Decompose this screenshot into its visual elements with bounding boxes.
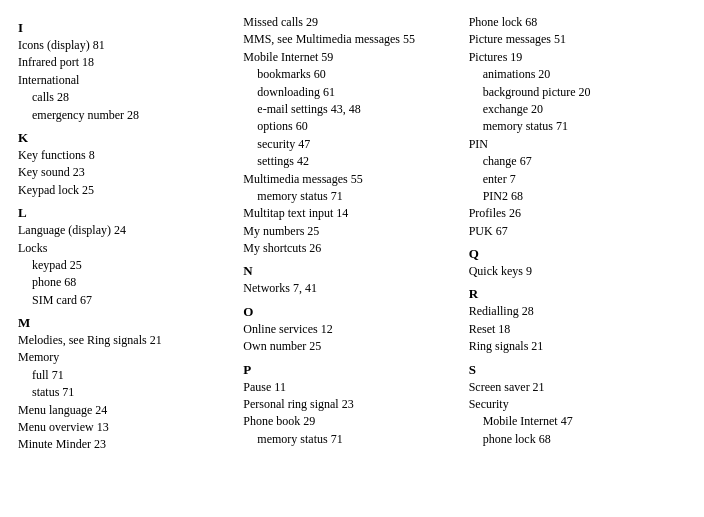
index-entry: calls 28	[18, 89, 235, 106]
index-entry: Phone lock 68	[469, 14, 686, 31]
section-letter-Q: Q	[469, 246, 686, 262]
index-entry: e-mail settings 43, 48	[243, 101, 460, 118]
index-entry: Ring signals 21	[469, 338, 686, 355]
section-letter-R: R	[469, 286, 686, 302]
index-entry: SIM card 67	[18, 292, 235, 309]
index-entry: Networks 7, 41	[243, 280, 460, 297]
index-entry: MMS, see Multimedia messages 55	[243, 31, 460, 48]
index-entry: Quick keys 9	[469, 263, 686, 280]
index-entry: Multimedia messages 55	[243, 171, 460, 188]
index-entry: background picture 20	[469, 84, 686, 101]
index-entry: animations 20	[469, 66, 686, 83]
index-entry: My numbers 25	[243, 223, 460, 240]
index-entry: Minute Minder 23	[18, 436, 235, 453]
index-entry: Personal ring signal 23	[243, 396, 460, 413]
section-letter-P: P	[243, 362, 460, 378]
index-entry: Own number 25	[243, 338, 460, 355]
section-letter-M: M	[18, 315, 235, 331]
index-entry: Melodies, see Ring signals 21	[18, 332, 235, 349]
index-entry: enter 7	[469, 171, 686, 188]
index-entry: PIN2 68	[469, 188, 686, 205]
index-entry: Keypad lock 25	[18, 182, 235, 199]
index-entry: PUK 67	[469, 223, 686, 240]
index-entry: emergency number 28	[18, 107, 235, 124]
index-entry: settings 42	[243, 153, 460, 170]
index-entry: Language (display) 24	[18, 222, 235, 239]
index-entry: Pause 11	[243, 379, 460, 396]
index-entry: downloading 61	[243, 84, 460, 101]
index-entry: memory status 71	[243, 188, 460, 205]
section-letter-N: N	[243, 263, 460, 279]
index-entry: Phone book 29	[243, 413, 460, 430]
index-entry: Missed calls 29	[243, 14, 460, 31]
section-letter-I: I	[18, 20, 235, 36]
index-entry: status 71	[18, 384, 235, 401]
index-entry: Redialling 28	[469, 303, 686, 320]
index-entry: Online services 12	[243, 321, 460, 338]
index-entry: Profiles 26	[469, 205, 686, 222]
index-entry: Pictures 19	[469, 49, 686, 66]
index-entry: Mobile Internet 47	[469, 413, 686, 430]
index-entry: Key sound 23	[18, 164, 235, 181]
index-entry: Mobile Internet 59	[243, 49, 460, 66]
index-entry: International	[18, 72, 235, 89]
index-entry: Screen saver 21	[469, 379, 686, 396]
index-entry: PIN	[469, 136, 686, 153]
index-entry: change 67	[469, 153, 686, 170]
index-entry: Infrared port 18	[18, 54, 235, 71]
section-letter-O: O	[243, 304, 460, 320]
section-letter-L: L	[18, 205, 235, 221]
index-entry: Icons (display) 81	[18, 37, 235, 54]
index-entry: bookmarks 60	[243, 66, 460, 83]
index-entry: Reset 18	[469, 321, 686, 338]
index-entry: Key functions 8	[18, 147, 235, 164]
index-entry: Security	[469, 396, 686, 413]
index-entry: exchange 20	[469, 101, 686, 118]
index-entry: My shortcuts 26	[243, 240, 460, 257]
index-entry: options 60	[243, 118, 460, 135]
index-entry: phone 68	[18, 274, 235, 291]
index-entry: security 47	[243, 136, 460, 153]
index-entry: Menu overview 13	[18, 419, 235, 436]
column-2: Phone lock 68Picture messages 51Pictures…	[465, 14, 690, 507]
index-entry: Memory	[18, 349, 235, 366]
index-entry: Picture messages 51	[469, 31, 686, 48]
index-entry: keypad 25	[18, 257, 235, 274]
index-entry: memory status 71	[243, 431, 460, 448]
content-columns: IIcons (display) 81Infrared port 18Inter…	[14, 14, 690, 507]
section-letter-S: S	[469, 362, 686, 378]
index-entry: Menu language 24	[18, 402, 235, 419]
index-entry: full 71	[18, 367, 235, 384]
index-entry: Multitap text input 14	[243, 205, 460, 222]
section-letter-K: K	[18, 130, 235, 146]
index-entry: Locks	[18, 240, 235, 257]
column-0: IIcons (display) 81Infrared port 18Inter…	[14, 14, 239, 507]
index-entry: memory status 71	[469, 118, 686, 135]
column-1: Missed calls 29MMS, see Multimedia messa…	[239, 14, 464, 507]
index-page: IIcons (display) 81Infrared port 18Inter…	[0, 0, 704, 517]
index-entry: phone lock 68	[469, 431, 686, 448]
